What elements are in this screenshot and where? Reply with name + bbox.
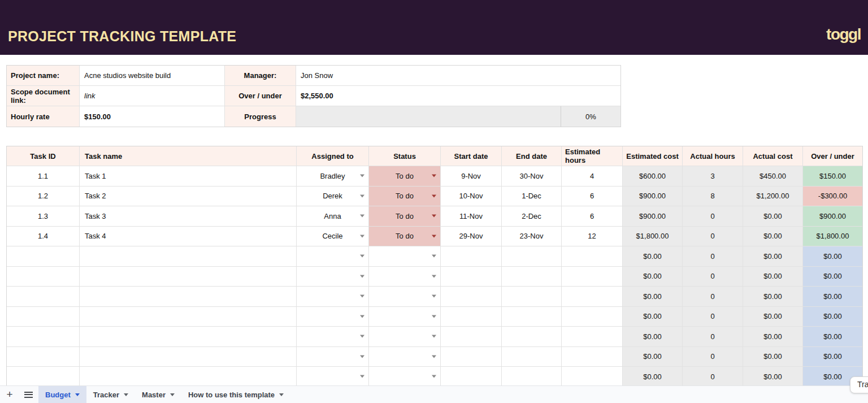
start-date-cell[interactable] (441, 367, 502, 387)
estimated-cost-cell[interactable]: $0.00 (623, 267, 683, 287)
chevron-down-icon[interactable] (432, 175, 436, 177)
assigned-to-cell[interactable] (297, 367, 369, 387)
scope-link-value[interactable]: link (80, 86, 225, 106)
end-date-cell[interactable] (502, 367, 562, 387)
chevron-down-icon[interactable] (360, 215, 364, 218)
chevron-down-icon[interactable] (360, 375, 364, 378)
estimated-cost-cell[interactable]: $1,800.00 (623, 227, 683, 246)
end-date-cell[interactable]: 30-Nov (502, 166, 562, 186)
sheet-tab[interactable]: Tracker (86, 386, 135, 403)
over-under-cell[interactable]: $0.00 (803, 267, 862, 287)
actual-hours-cell[interactable]: 0 (683, 227, 743, 246)
actual-cost-cell[interactable]: $0.00 (743, 327, 803, 346)
chevron-down-icon[interactable] (360, 295, 364, 298)
start-date-cell[interactable] (441, 307, 502, 327)
sheet-tab[interactable]: Master (135, 386, 181, 403)
actual-hours-cell[interactable]: 0 (683, 307, 743, 327)
over-under-cell[interactable]: $0.00 (803, 287, 862, 306)
task-name-cell[interactable]: Task 4 (80, 227, 297, 246)
chevron-down-icon[interactable] (360, 315, 364, 318)
task-id-cell[interactable] (7, 307, 80, 327)
end-date-cell[interactable] (502, 287, 562, 306)
estimated-hours-cell[interactable] (562, 307, 623, 327)
estimated-cost-cell[interactable]: $0.00 (623, 287, 683, 306)
task-id-cell[interactable] (7, 327, 80, 346)
start-date-cell[interactable]: 29-Nov (441, 227, 502, 246)
task-id-cell[interactable] (7, 347, 80, 367)
end-date-cell[interactable]: 1-Dec (502, 187, 562, 206)
actual-cost-cell[interactable]: $0.00 (743, 307, 803, 327)
actual-hours-cell[interactable]: 0 (683, 327, 743, 346)
chevron-down-icon[interactable] (432, 215, 436, 218)
status-cell[interactable] (369, 367, 441, 387)
chevron-down-icon[interactable] (360, 235, 364, 237)
chevron-down-icon[interactable] (432, 315, 436, 318)
estimated-hours-cell[interactable]: 12 (562, 227, 623, 246)
chevron-down-icon[interactable] (432, 375, 436, 378)
chevron-down-icon[interactable] (360, 355, 364, 358)
over-under-cell[interactable]: $0.00 (803, 347, 862, 367)
estimated-cost-cell[interactable]: $600.00 (623, 166, 683, 186)
estimated-cost-cell[interactable]: $900.00 (623, 187, 683, 206)
estimated-hours-cell[interactable]: 4 (562, 166, 623, 186)
assigned-to-cell[interactable]: Derek (297, 187, 369, 206)
start-date-cell[interactable] (441, 287, 502, 306)
task-name-cell[interactable] (80, 327, 297, 346)
chevron-down-icon[interactable] (432, 194, 436, 197)
chevron-down-icon[interactable] (360, 194, 364, 197)
estimated-hours-cell[interactable] (562, 287, 623, 306)
status-cell[interactable]: To do (369, 206, 441, 226)
task-id-cell[interactable] (7, 287, 80, 306)
start-date-cell[interactable] (441, 327, 502, 346)
over-under-cell[interactable]: -$300.00 (803, 187, 862, 206)
actual-cost-cell[interactable]: $0.00 (743, 367, 803, 387)
estimated-cost-cell[interactable]: $0.00 (623, 327, 683, 346)
actual-cost-cell[interactable]: $450.00 (743, 166, 803, 186)
task-name-cell[interactable] (80, 307, 297, 327)
status-cell[interactable] (369, 347, 441, 367)
estimated-hours-cell[interactable] (562, 347, 623, 367)
status-cell[interactable]: To do (369, 227, 441, 246)
over-under-cell[interactable]: $150.00 (803, 166, 862, 186)
end-date-cell[interactable] (502, 327, 562, 346)
add-sheet-button[interactable]: + (1, 388, 18, 401)
actual-cost-cell[interactable]: $1,200.00 (743, 187, 803, 206)
actual-cost-cell[interactable]: $0.00 (743, 287, 803, 306)
assigned-to-cell[interactable] (297, 267, 369, 287)
over-under-cell[interactable]: $0.00 (803, 307, 862, 327)
actual-cost-cell[interactable]: $0.00 (743, 347, 803, 367)
actual-cost-cell[interactable]: $0.00 (743, 246, 803, 266)
actual-cost-cell[interactable]: $0.00 (743, 227, 803, 246)
chevron-down-icon[interactable] (75, 393, 80, 396)
chevron-down-icon[interactable] (170, 393, 175, 396)
task-name-cell[interactable]: Task 2 (80, 187, 297, 206)
chevron-down-icon[interactable] (432, 295, 436, 298)
assigned-to-cell[interactable]: Cecile (297, 227, 369, 246)
estimated-cost-cell[interactable]: $0.00 (623, 367, 683, 387)
chevron-down-icon[interactable] (360, 175, 364, 177)
project-name-value[interactable]: Acne studios website build (80, 66, 225, 85)
estimated-cost-cell[interactable]: $900.00 (623, 206, 683, 226)
task-id-cell[interactable]: 1.4 (7, 227, 80, 246)
task-id-cell[interactable]: 1.3 (7, 206, 80, 226)
over-under-cell[interactable]: $0.00 (803, 327, 862, 346)
over-under-cell[interactable]: $0.00 (803, 246, 862, 266)
task-id-cell[interactable] (7, 267, 80, 287)
assigned-to-cell[interactable] (297, 307, 369, 327)
actual-hours-cell[interactable]: 0 (683, 267, 743, 287)
chevron-down-icon[interactable] (432, 235, 436, 237)
end-date-cell[interactable] (502, 246, 562, 266)
chevron-down-icon[interactable] (360, 275, 364, 278)
task-name-cell[interactable] (80, 246, 297, 266)
sheet-tab[interactable]: How to use this template (181, 386, 290, 403)
task-name-cell[interactable]: Task 1 (80, 166, 297, 186)
end-date-cell[interactable] (502, 307, 562, 327)
chevron-down-icon[interactable] (279, 393, 284, 396)
end-date-cell[interactable] (502, 267, 562, 287)
start-date-cell[interactable]: 10-Nov (441, 187, 502, 206)
actual-hours-cell[interactable]: 8 (683, 187, 743, 206)
start-date-cell[interactable]: 9-Nov (441, 166, 502, 186)
status-cell[interactable] (369, 287, 441, 306)
end-date-cell[interactable]: 23-Nov (502, 227, 562, 246)
actual-cost-cell[interactable]: $0.00 (743, 206, 803, 226)
